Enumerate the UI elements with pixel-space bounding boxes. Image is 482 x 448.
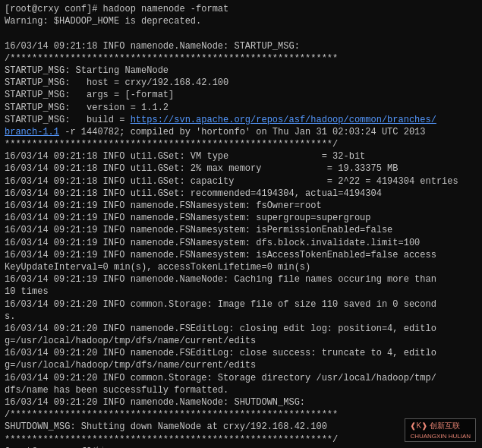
watermark-subtitle: CHUANGXIN HULIAN bbox=[410, 433, 471, 440]
line-7: STARTUP_MSG: host = crxy/192.168.42.100 bbox=[5, 77, 477, 89]
line-18: 16/03/14 09:21:19 INFO namenode.FSNamesy… bbox=[5, 212, 477, 224]
line-14: 16/03/14 09:21:18 INFO util.GSet: 2% max… bbox=[5, 162, 477, 175]
line-10: STARTUP_MSG: build = https://svn.apache.… bbox=[5, 114, 477, 126]
line-1: [root@crxy conf]# hadoop namenode -forma… bbox=[5, 3, 477, 15]
branch-link[interactable]: branch-1.1 bbox=[5, 127, 59, 137]
line-13: 16/03/14 09:21:18 INFO util.GSet: VM typ… bbox=[5, 150, 477, 162]
line-3 bbox=[5, 27, 477, 39]
line-9: STARTUP_MSG: version = 1.1.2 bbox=[5, 102, 477, 114]
terminal-content: [root@crxy conf]# hadoop namenode -forma… bbox=[5, 3, 477, 448]
line-6: STARTUP_MSG: Starting NameNode bbox=[5, 65, 477, 77]
line-8: STARTUP_MSG: args = [-format] bbox=[5, 89, 477, 101]
line-19: 16/03/14 09:21:19 INFO namenode.FSNamesy… bbox=[5, 224, 477, 236]
svn-link[interactable]: https://svn.apache.org/repos/asf/hadoop/… bbox=[131, 115, 436, 125]
line-15: 16/03/14 09:21:18 INFO util.GSet: capaci… bbox=[5, 175, 477, 188]
line-12: ****************************************… bbox=[5, 138, 477, 150]
watermark: ❰K❱ 创新互联 CHUANGXIN HULIAN bbox=[405, 418, 476, 442]
line-16: 16/03/14 09:21:18 INFO util.GSet: recomm… bbox=[5, 188, 477, 200]
line-22: 16/03/14 09:21:19 INFO namenode.NameNode… bbox=[5, 273, 477, 298]
line-17: 16/03/14 09:21:19 INFO namenode.FSNamesy… bbox=[5, 200, 477, 212]
line-5: /***************************************… bbox=[5, 52, 477, 65]
watermark-icon: ❰K❱ bbox=[410, 421, 427, 430]
watermark-brand: 创新互联 bbox=[430, 421, 460, 430]
line-21: 16/03/14 09:21:19 INFO namenode.FSNamesy… bbox=[5, 249, 477, 273]
line-26: 16/03/14 09:21:20 INFO common.Storage: S… bbox=[5, 372, 477, 396]
line-11: branch-1.1 -r 1440782; compiled by 'hort… bbox=[5, 126, 477, 138]
line-23: 16/03/14 09:21:20 INFO common.Storage: I… bbox=[5, 298, 477, 323]
line-20: 16/03/14 09:21:19 INFO namenode.FSNamesy… bbox=[5, 237, 477, 249]
terminal: { "lines": [ {"id": 1, "text": "[root@cr… bbox=[0, 0, 482, 448]
line-27: 16/03/14 09:21:20 INFO namenode.NameNode… bbox=[5, 396, 477, 409]
line-24: 16/03/14 09:21:20 INFO namenode.FSEditLo… bbox=[5, 323, 477, 347]
line-2: Warning: $HADOOP_HOME is deprecated. bbox=[5, 15, 477, 27]
line-25: 16/03/14 09:21:20 INFO namenode.FSEditLo… bbox=[5, 347, 477, 371]
line-4: 16/03/14 09:21:18 INFO namenode.NameNode… bbox=[5, 40, 477, 52]
